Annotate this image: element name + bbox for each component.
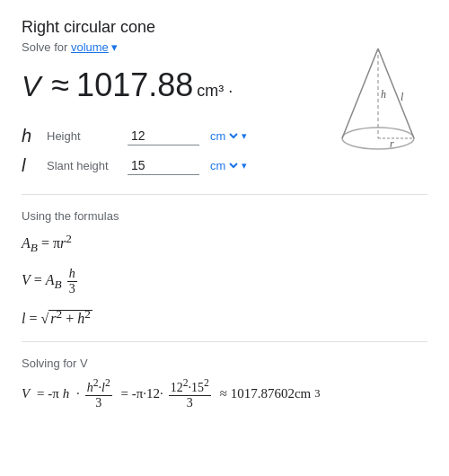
divider-1	[22, 194, 427, 195]
result-row: V ≈ 1017.88 cm³ · h l r	[22, 66, 427, 104]
solve-for-label: Solve for	[22, 40, 67, 54]
solution-fraction: h2·l2 3	[85, 377, 112, 410]
formula-volume: V = AB h 3	[22, 267, 427, 296]
height-var-label: h	[22, 126, 43, 146]
slant-var-label: l	[22, 155, 43, 176]
solution-row: V = -πh · h2·l2 3 = -π·12· 122·152 3 ≈ 1…	[22, 377, 427, 410]
height-unit-arrow-icon: ▾	[242, 130, 247, 142]
divider-2	[22, 341, 427, 342]
result-approx-symbol: ≈	[51, 66, 69, 104]
slant-label: Slant height	[47, 159, 128, 172]
solving-label: Solving for V	[22, 357, 427, 370]
svg-line-1	[342, 48, 378, 138]
formula-area: AB = πr2	[22, 232, 427, 256]
cone-diagram: h l r	[329, 40, 427, 159]
height-input[interactable]	[128, 127, 199, 145]
dropdown-arrow-icon[interactable]: ▾	[111, 40, 118, 54]
height-unit-select[interactable]: cm m in	[207, 128, 241, 144]
svg-text:h: h	[381, 88, 386, 101]
height-label: Height	[47, 129, 128, 143]
solve-for-link[interactable]: volume	[71, 40, 109, 54]
solution-fraction-numeric: 122·152 3	[169, 377, 211, 410]
result-variable: V	[22, 70, 40, 103]
svg-text:l: l	[401, 91, 404, 103]
formulas-label: Using the formulas	[22, 209, 427, 223]
slant-unit-arrow-icon: ▾	[242, 160, 247, 172]
svg-text:r: r	[390, 137, 394, 150]
formula-slant: l = √r2 + h2	[22, 307, 427, 327]
result-value: 1017.88	[76, 66, 193, 104]
slant-input[interactable]	[128, 156, 199, 175]
slant-unit-select[interactable]: cm m in	[207, 158, 241, 173]
result-unit: cm³ ·	[197, 82, 233, 101]
page-title: Right circular cone	[22, 18, 427, 37]
